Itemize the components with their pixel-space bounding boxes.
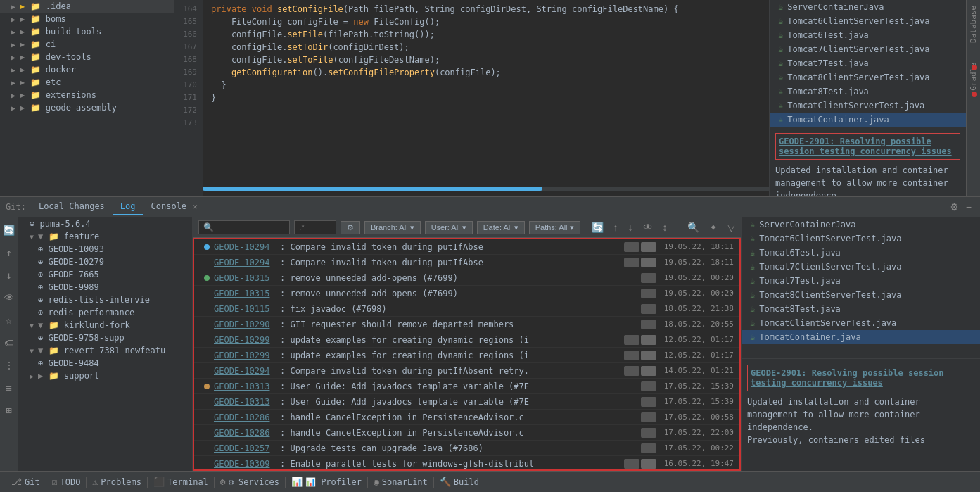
push-icon[interactable]: ↑ [4, 246, 13, 260]
commit-row-6[interactable]: GEODE-10299 : update examples for creati… [194, 332, 739, 348]
file-item-tomcat6test[interactable]: ☕Tomcat6Test.java [770, 28, 966, 42]
branch-folder-kirklund[interactable]: ▼ 📁 kirklund-fork [18, 319, 192, 332]
settings-button[interactable]: ⚙ [947, 200, 962, 214]
date-filter-btn[interactable]: Date: All ▾ [477, 221, 525, 234]
tree-item-etc[interactable]: ▶ 📁 etc [0, 76, 174, 89]
commit-row-4[interactable]: GEODE-10115 : fix javadoc (#7698) 18.05.… [194, 301, 739, 317]
file-item-tomcat7client[interactable]: ☕Tomcat7ClientServerTest.java [770, 42, 966, 56]
refresh-icon[interactable]: 🔄 [1, 223, 16, 237]
commit-link-1[interactable]: GEODE-10294 [214, 258, 277, 267]
commit-row-9[interactable]: GEODE-10313 : User Guide: Add javadocs t… [194, 379, 739, 394]
more-icon[interactable]: ⋮ [3, 358, 15, 372]
branch-item-geode10093[interactable]: ⊕ GEODE-10093 [18, 243, 192, 256]
paths-filter-btn[interactable]: Paths: All ▾ [529, 221, 580, 234]
sonarlint-status-item[interactable]: ◉ SonarLint [368, 472, 433, 492]
file-item-tomcat8test[interactable]: ☕Tomcat8Test.java [770, 84, 966, 99]
tab-log[interactable]: Log [113, 198, 143, 215]
commit-link-8[interactable]: GEODE-10294 [214, 366, 277, 376]
commit-link-12[interactable]: GEODE-10286 [214, 428, 277, 438]
commit-link-2[interactable]: GEODE-10315 [214, 273, 277, 283]
file-item-tomcatclient[interactable]: ☕TomcatClientServerTest.java [770, 99, 966, 113]
branch-folder-revert[interactable]: ▼ 📁 revert-7381-newfeatu [18, 344, 192, 357]
file-item-tomcat6client[interactable]: ☕Tomcat6ClientServerTest.java [770, 14, 966, 28]
git-file-tomcat6test[interactable]: ☕Tomcat6Test.java [742, 246, 980, 260]
git-file-tomcatcontainer[interactable]: ☕TomcatContainer.java [742, 330, 980, 344]
tree-item-docker[interactable]: ▶ 📁 docker [0, 63, 174, 76]
branch-item-geode7665[interactable]: ⊕ GEODE-7665 [18, 268, 192, 281]
git-file-tomcat6client[interactable]: ☕Tomcat6ClientServerTest.java [742, 232, 980, 246]
build-status-item[interactable]: 🔨 Build [434, 472, 485, 492]
split-icon[interactable]: ⊞ [4, 403, 13, 417]
branch-item-geode9484[interactable]: ⊕ GEODE-9484 [18, 357, 192, 370]
tree-item-build-tools[interactable]: ▶ 📁 build-tools [0, 25, 174, 38]
tree-item-boms[interactable]: ▶ 📁 boms [0, 13, 174, 25]
log-regex-input[interactable] [294, 220, 336, 234]
commit-row-3[interactable]: GEODE-10315 : remove unneeded add-opens … [194, 286, 739, 301]
commit-row-7[interactable]: GEODE-10299 : update examples for creati… [194, 348, 739, 363]
commit-row-10[interactable]: GEODE-10313 : User Guide: Add javadocs t… [194, 394, 739, 410]
git-file-tomcatclient[interactable]: ☕TomcatClientServerTest.java [742, 316, 980, 330]
terminal-status-item[interactable]: ⬛ Terminal [148, 472, 214, 492]
detail-title[interactable]: GEODE-2901: Resolving possible session t… [775, 133, 960, 160]
commit-row-0[interactable]: GEODE-10294 : Compare invalid token duri… [194, 239, 739, 255]
star-icon[interactable]: ☆ [4, 313, 13, 327]
file-item-tomcatcontainer[interactable]: ☕TomcatContainer.java [770, 113, 966, 127]
log-pull-btn[interactable]: ↓ [625, 220, 636, 234]
commit-row-5[interactable]: GEODE-10290 : GII requester should remov… [194, 317, 739, 332]
problems-status-item[interactable]: ⚠ Problems [87, 472, 147, 492]
tab-local-changes[interactable]: Local Changes [32, 198, 112, 215]
profiler-status-item[interactable]: 📊 📊 Profiler [286, 472, 367, 492]
commit-link-7[interactable]: GEODE-10299 [214, 351, 277, 360]
git-file-tomcat8test[interactable]: ☕Tomcat8Test.java [742, 302, 980, 316]
commit-row-12[interactable]: GEODE-10286 : handle CancelException in … [194, 425, 739, 441]
tree-item-ci[interactable]: ▶ 📁 ci [0, 38, 174, 51]
git-issue-link[interactable]: GEODE-2901: Resolving possible session t… [751, 368, 944, 388]
commit-link-3[interactable]: GEODE-10315 [214, 289, 277, 298]
tab-console[interactable]: Console ✕ [144, 198, 205, 215]
branch-folder-feature[interactable]: ▼ 📁 feature [18, 230, 192, 243]
commit-row-2[interactable]: GEODE-10315 : remove unneeded add-opens … [194, 270, 739, 286]
settings-filter-btn[interactable]: ⚙ [341, 221, 360, 234]
git-file-tomcat7client[interactable]: ☕Tomcat7ClientServerTest.java [742, 260, 980, 274]
file-item-tomcat8client[interactable]: ☕Tomcat8ClientServerTest.java [770, 70, 966, 84]
log-refresh-btn[interactable]: 🔄 [589, 220, 606, 234]
branch-item-geode9758[interactable]: ⊕ GEODE-9758-supp [18, 332, 192, 344]
file-item-servercontainer[interactable]: ☕ServerContainerJava [770, 0, 966, 14]
commit-row-14[interactable]: GEODE-10309 : Enable parallel tests for … [194, 456, 739, 471]
commit-link-10[interactable]: GEODE-10313 [214, 397, 277, 407]
commit-row-13[interactable]: GEODE-10257 : Upgrade tests can upgrade … [194, 441, 739, 456]
branch-item-redis-lists[interactable]: ⊕ redis-lists-intervie [18, 294, 192, 306]
commit-link-5[interactable]: GEODE-10290 [214, 320, 277, 329]
commit-link-0[interactable]: GEODE-10294 [214, 242, 277, 252]
commit-link-11[interactable]: GEODE-10286 [214, 412, 277, 422]
commit-link-9[interactable]: GEODE-10313 [214, 381, 277, 391]
commit-row-8[interactable]: GEODE-10294 : Compare invalid token duri… [194, 363, 739, 379]
log-fetch-btn[interactable]: ↑ [611, 220, 621, 234]
git-file-tomcat7test[interactable]: ☕Tomcat7Test.java [742, 274, 980, 288]
git-file-tomcat8client[interactable]: ☕Tomcat8ClientServerTest.java [742, 288, 980, 302]
git-status-item[interactable]: ⎇ Git [6, 472, 46, 492]
database-label[interactable]: Database [969, 6, 978, 43]
branch-item-geode9989[interactable]: ⊕ GEODE-9989 [18, 281, 192, 294]
minimize-button[interactable]: − [963, 200, 974, 214]
tree-item-dev-tools[interactable]: ▶ 📁 dev-tools [0, 51, 174, 63]
log-merge-btn[interactable]: ↕ [660, 220, 670, 234]
list-icon[interactable]: ≡ [4, 381, 13, 395]
branch-item-puma[interactable]: ⊕ puma-5.6.4 [18, 217, 192, 230]
pull-icon[interactable]: ↓ [4, 268, 13, 282]
commit-row-11[interactable]: GEODE-10286 : handle CancelException in … [194, 410, 739, 425]
git-file-servercontainer[interactable]: ☕ServerContainerJava [742, 217, 980, 232]
services-status-item[interactable]: ⚙ ⚙ Services [215, 472, 285, 492]
console-close[interactable]: ✕ [193, 202, 198, 211]
tree-item-idea[interactable]: ▶ 📁 .idea [0, 0, 174, 13]
log-eye-btn[interactable]: 👁 [640, 220, 656, 234]
branch-item-redis-perf[interactable]: ⊕ redis-performance [18, 306, 192, 319]
log-search-input[interactable] [198, 220, 290, 234]
tree-item-geode-assembly[interactable]: ▶ 📁 geode-assembly [0, 101, 174, 114]
commit-row-1[interactable]: GEODE-10294 : Compare invalid token duri… [194, 255, 739, 270]
tree-item-extensions[interactable]: ▶ 📁 extensions [0, 89, 174, 101]
log-filter-btn[interactable]: ▽ [725, 220, 738, 234]
branch-folder-support[interactable]: ▶ 📁 support [18, 370, 192, 382]
log-search-btn[interactable]: 🔍 [685, 220, 702, 234]
branch-filter-btn[interactable]: Branch: All ▾ [364, 221, 421, 234]
